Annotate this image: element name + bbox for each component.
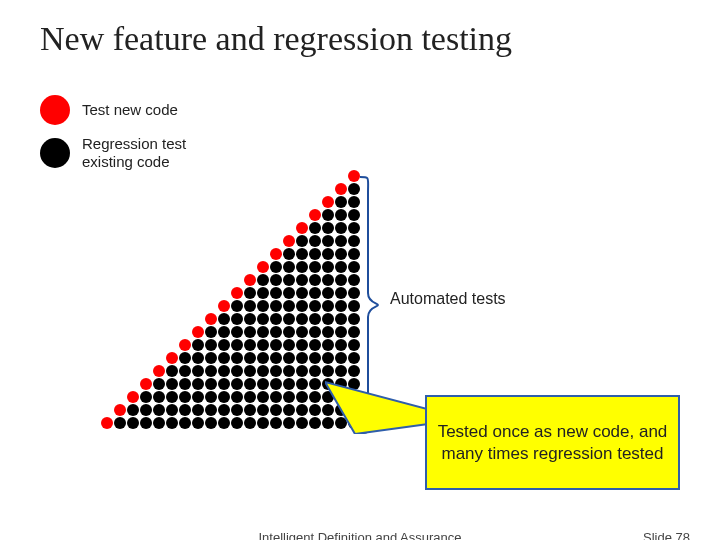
dot-regression [179,365,191,377]
dot-regression [309,326,321,338]
dot-regression [335,352,347,364]
dot-regression [231,378,243,390]
dot-regression [257,352,269,364]
dot-regression [335,274,347,286]
dot-regression [244,378,256,390]
dot-regression [257,300,269,312]
dot-regression [270,365,282,377]
dot-regression [270,326,282,338]
dot-regression [140,391,152,403]
dot-regression [309,391,321,403]
dot-regression [322,261,334,273]
dot-regression [283,391,295,403]
dot-regression [231,352,243,364]
dot-regression [322,209,334,221]
triangle-row [80,404,360,417]
dot-regression [335,300,347,312]
dot-regression [257,404,269,416]
dot-regression [309,274,321,286]
dot-regression [166,417,178,429]
dot-regression [296,274,308,286]
dot-regression [296,365,308,377]
triangle-row [80,339,360,352]
triangle-row [80,391,360,404]
dot-new [192,326,204,338]
dot-new [244,274,256,286]
dot-regression [257,313,269,325]
dot-regression [270,300,282,312]
dot-regression [296,404,308,416]
dot-regression [296,417,308,429]
dot-regression [283,261,295,273]
dot-regression [231,391,243,403]
triangle-row [80,287,360,300]
dot-regression [335,326,347,338]
dot-new [127,391,139,403]
callout-text: Tested once as new code, and many times … [433,421,672,464]
dot-regression [257,287,269,299]
dot-regression [244,391,256,403]
dot-regression [322,300,334,312]
dot-regression [270,417,282,429]
dot-regression [309,417,321,429]
page-title: New feature and regression testing [0,0,720,58]
dot-regression [309,300,321,312]
dot-regression [270,352,282,364]
bracket-label: Automated tests [390,290,506,308]
dot-regression [205,417,217,429]
dot-regression [244,300,256,312]
dot-regression [205,404,217,416]
dot-regression [244,339,256,351]
dot-regression [296,378,308,390]
dot-regression [309,352,321,364]
dot-regression [218,352,230,364]
dot-regression [205,365,217,377]
dot-regression [335,313,347,325]
dot-regression [296,352,308,364]
dot-regression [192,339,204,351]
dot-regression [309,313,321,325]
triangle-row [80,248,360,261]
dot-regression [127,404,139,416]
dot-new [296,222,308,234]
dot-new [218,300,230,312]
dot-regression [322,313,334,325]
dot-regression [205,352,217,364]
triangle-row [80,261,360,274]
dot-regression [283,365,295,377]
legend-label-new: Test new code [82,101,178,119]
dot-regression [335,196,347,208]
dot-new [114,404,126,416]
footer-slide-num: 78 [676,530,690,540]
dot-regression [257,378,269,390]
dot-new [166,352,178,364]
dot-regression [218,391,230,403]
dot-regression [296,313,308,325]
legend-label-regression: Regression testexisting code [82,135,186,171]
dot-regression [257,339,269,351]
dot-regression [231,313,243,325]
dot-regression [153,391,165,403]
dot-regression [335,209,347,221]
dot-regression [244,352,256,364]
dot-new [257,261,269,273]
dot-regression [218,313,230,325]
dot-regression [283,274,295,286]
dot-regression [192,378,204,390]
dot-regression [270,391,282,403]
dot-regression [296,235,308,247]
dot-regression [231,404,243,416]
dot-regression [166,404,178,416]
triangle-row [80,313,360,326]
dot-regression [283,352,295,364]
dot-regression [296,287,308,299]
dot-regression [218,417,230,429]
dot-new [270,248,282,260]
dot-new [101,417,113,429]
dot-regression [270,287,282,299]
triangle-row [80,222,360,235]
legend-dot-black-icon [40,138,70,168]
dot-regression [244,417,256,429]
triangle-row [80,209,360,222]
dot-regression [153,404,165,416]
